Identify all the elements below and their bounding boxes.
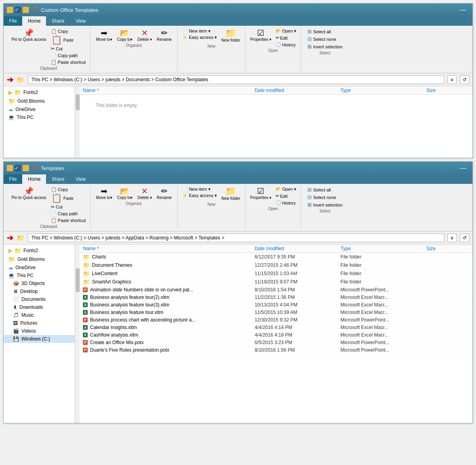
sidebar-item-pictures[interactable]: 🖼 Pictures — [4, 319, 75, 327]
sidebar-item-downloads[interactable]: ⬇ Downloads — [4, 303, 75, 311]
select-none-btn1[interactable]: ⊟ Select none — [306, 36, 344, 42]
addr-dropdown-btn1[interactable]: ∨ — [447, 75, 457, 84]
col-header-size1[interactable]: Size — [426, 88, 469, 93]
history-btn1[interactable]: 🕐 History — [274, 42, 298, 48]
paste-shortcut-btn1[interactable]: 📋 Paste shortcut — [50, 59, 87, 65]
col-header-date1[interactable]: Date modified — [255, 88, 340, 93]
new-folder-btn2[interactable]: 📁 New folder — [220, 186, 242, 201]
easy-access-btn1[interactable]: ⚡ Easy access ▾ — [181, 34, 218, 40]
invert-btn2[interactable]: ⊠ Invert selection — [306, 201, 344, 208]
sidebar-item-thispc-2[interactable]: 💻 This PC — [4, 272, 75, 279]
sidebar-item-music[interactable]: 🎵 Music — [4, 311, 75, 319]
col-header-name2[interactable]: Name ^ — [83, 246, 255, 251]
sidebar-item-desktop[interactable]: 🖥 Desktop — [4, 287, 75, 295]
sidebar-item-documents[interactable]: 📄 Documents — [4, 295, 75, 303]
tab-file2[interactable]: File — [4, 174, 22, 184]
copy-to-btn2[interactable]: 📂 Copy to▾ — [115, 186, 134, 201]
sidebar-item-3dobjects[interactable]: 📦 3D Objects — [4, 279, 75, 287]
addr-refresh-btn1[interactable]: ↺ — [460, 75, 469, 84]
sidebar-item-windowsc[interactable]: 💾 Windows (C:) — [4, 335, 75, 343]
new-item-btn2[interactable]: 📄 New item ▾ — [181, 186, 218, 192]
file-row-12[interactable]: P Duarte's Five Rules presentation.potx … — [80, 346, 472, 354]
col-header-date2[interactable]: Date modified — [255, 246, 340, 251]
tab-view2[interactable]: View — [70, 174, 91, 184]
col-header-size2[interactable]: Size — [426, 246, 469, 251]
file-row-4[interactable]: P Animation slide Numbers slide in on cu… — [80, 286, 472, 294]
tab-view1[interactable]: View — [70, 16, 91, 26]
delete-btn1[interactable]: ✕ Delete ▾ — [136, 28, 154, 42]
sidebar-item-onedrive-2[interactable]: ☁ OneDrive — [4, 264, 75, 272]
select-all-btn2[interactable]: ⊞ Select all — [306, 186, 344, 193]
paste-shortcut-btn2[interactable]: 📋 Paste shortcut — [50, 217, 87, 224]
sidebar-item-thispc-1[interactable]: 💻 This PC — [4, 113, 75, 121]
pin-quick-access-btn2[interactable]: 📌 Pin to Quick access — [10, 186, 48, 201]
cut-btn2[interactable]: ✂ Cut — [50, 204, 87, 210]
tab-share2[interactable]: Share — [46, 174, 70, 184]
breadcrumb1[interactable]: This PC > Windows (C:) > Users > julesds… — [28, 75, 444, 84]
file-row-5[interactable]: X Business analysis feature tour(2).xltm… — [80, 294, 472, 301]
col-header-type1[interactable]: Type — [340, 88, 426, 93]
file-row-3[interactable]: 📁 SmartArt Graphics 11/19/2015 9:07 PM F… — [80, 278, 472, 286]
copy-btn2[interactable]: 📋 Copy — [50, 186, 87, 193]
file-row-0[interactable]: 📁 Charts 6/12/2017 9:35 PM File folder — [80, 253, 472, 261]
file-row-8[interactable]: P Business process chart with ascending … — [80, 316, 472, 324]
select-all-btn1[interactable]: ⊞ Select all — [306, 28, 344, 35]
sidebar-item-goldblooms-1[interactable]: 📁 Gold Blooms — [4, 97, 75, 105]
tab-home1[interactable]: Home — [22, 16, 46, 26]
sidebar-item-goldblooms-2[interactable]: 📁 Gold Blooms — [4, 255, 75, 264]
sidebar-scrollbar2[interactable] — [75, 245, 80, 423]
file-row-7[interactable]: X Business analysis feature tour.xltm 11… — [80, 309, 472, 316]
addr-refresh-btn2[interactable]: ↺ — [460, 233, 469, 242]
open-btn1[interactable]: 📂 Open ▾ — [274, 28, 298, 34]
minimize-btn2[interactable]: — — [457, 165, 469, 172]
sidebar-item-fonts2-2[interactable]: ▶ 📁 Fonts2 — [4, 246, 75, 255]
history-btn2[interactable]: 🕐 History — [274, 200, 298, 206]
copy-path-btn2[interactable]: 📄 Copy path — [50, 210, 87, 217]
paste-label1: Paste — [63, 38, 74, 42]
file-row-9[interactable]: X Calendar insights.xltm 4/4/2016 4:14 P… — [80, 324, 472, 331]
file-row-2[interactable]: 📁 LiveContent 11/15/2015 1:03 AM File fo… — [80, 270, 472, 278]
pc-icon2: 💻 — [8, 273, 14, 278]
copy-btn1[interactable]: 📋 Copy — [50, 28, 87, 34]
open-btn2[interactable]: 📂 Open ▾ — [274, 186, 298, 192]
edit-btn1[interactable]: ✏ Edit — [274, 35, 298, 41]
move-to-btn1[interactable]: ➡ Move to▾ — [94, 28, 114, 42]
copy-to-btn1[interactable]: 📂 Copy to▾ — [115, 28, 134, 42]
sidebar-scrollbar1[interactable] — [75, 86, 80, 158]
tab-home2[interactable]: Home — [22, 174, 46, 184]
file-row-11[interactable]: P Create an Office Mix.potx 6/5/2015 3:2… — [80, 339, 472, 346]
sidebar-item-onedrive-1[interactable]: ☁ OneDrive — [4, 105, 75, 113]
properties-btn1[interactable]: ☑ Properties ▾ — [249, 28, 273, 42]
addr-dropdown-btn2[interactable]: ∨ — [447, 233, 457, 242]
clipboard-content2: 📌 Pin to Quick access 📋 Copy 📋 Paste ✂ C… — [10, 186, 87, 224]
properties-btn2[interactable]: ☑ Properties ▾ — [249, 186, 273, 201]
sidebar-item-videos[interactable]: 🎬 Videos — [4, 327, 75, 335]
edit-btn2[interactable]: ✏ Edit — [274, 193, 298, 199]
copy-path-btn1[interactable]: 📄 Copy path — [50, 52, 87, 59]
file-row-1[interactable]: 📁 Document Themes 12/27/2015 2:46 PM Fil… — [80, 261, 472, 270]
invert-btn1[interactable]: ⊠ Invert selection — [306, 43, 344, 50]
paste-btn1[interactable]: 📋 Paste — [50, 35, 87, 45]
minimize-btn1[interactable]: — — [457, 6, 469, 13]
file-row-10[interactable]: X Cashflow analysis.xltm 4/4/2016 4:18 P… — [80, 331, 472, 339]
delete-btn2[interactable]: ✕ Delete ▾ — [136, 186, 154, 201]
tab-file1[interactable]: File — [4, 16, 22, 26]
move-to-btn2[interactable]: ➡ Move to▾ — [94, 186, 114, 201]
col-header-name1[interactable]: Name ^ — [83, 88, 255, 93]
new-folder-btn1[interactable]: 📁 New folder — [220, 28, 242, 43]
col-header-type2[interactable]: Type — [340, 246, 426, 251]
tab-share1[interactable]: Share — [46, 16, 70, 26]
new-item-btn1[interactable]: 📄 New item ▾ — [181, 28, 218, 34]
easy-access-btn2[interactable]: ⚡ Easy access ▾ — [181, 193, 218, 199]
pin-quick-access-btn1[interactable]: 📌 Pin to Quick access — [10, 28, 48, 42]
paste-btn2[interactable]: 📋 Paste — [50, 193, 87, 203]
open-label2: Open — [268, 207, 278, 211]
sidebar-item-fonts2-1[interactable]: ▶ 📁 Fonts2 — [4, 88, 75, 97]
cut-btn1[interactable]: ✂ Cut — [50, 46, 87, 52]
file-row-6[interactable]: X Business analysis feature tour(3).xltm… — [80, 301, 472, 309]
rename-btn1[interactable]: ✏ Rename — [155, 28, 173, 42]
properties-label2: Properties ▾ — [250, 195, 271, 200]
rename-btn2[interactable]: ✏ Rename — [155, 186, 173, 201]
select-none-btn2[interactable]: ⊟ Select none — [306, 194, 344, 201]
breadcrumb2[interactable]: This PC > Windows (C:) > Users > julesds… — [28, 233, 444, 242]
